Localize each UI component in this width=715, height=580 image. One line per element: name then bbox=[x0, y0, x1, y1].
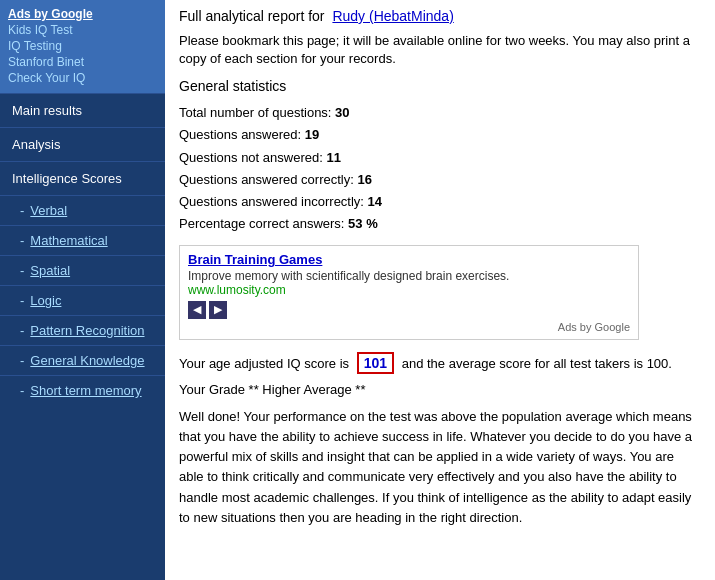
stat-questions-incorrect: Questions answered incorrectly: 14 bbox=[179, 191, 701, 213]
nav-item-main-results[interactable]: Main results bbox=[0, 93, 165, 127]
description-block: Well done! Your performance on the test … bbox=[179, 407, 701, 528]
grade-line: Your Grade ** Higher Average ** bbox=[179, 382, 701, 397]
report-label: Full analytical report for bbox=[179, 8, 325, 24]
stat-questions-correct: Questions answered correctly: 16 bbox=[179, 169, 701, 191]
sub-nav-pattern-recognition-link[interactable]: Pattern Recognition bbox=[30, 323, 144, 338]
ad-description: Improve memory with scientifically desig… bbox=[188, 269, 630, 283]
ad-next-button[interactable]: ▶ bbox=[209, 301, 227, 319]
dash-icon: - bbox=[20, 203, 24, 218]
sub-nav-spatial-link[interactable]: Spatial bbox=[30, 263, 70, 278]
main-content: Full analytical report for Rudy (HebatMi… bbox=[165, 0, 715, 580]
ads-by-google-label[interactable]: Ads by Google bbox=[8, 7, 93, 21]
stat-total-questions: Total number of questions: 30 bbox=[179, 102, 701, 124]
sub-nav-short-term-memory-link[interactable]: Short term memory bbox=[30, 383, 141, 398]
sidebar-link-stanford-binet[interactable]: Stanford Binet bbox=[8, 55, 157, 69]
iq-score-line: Your age adjusted IQ score is 101 and th… bbox=[179, 352, 701, 374]
ad-navigation: ◀ ▶ bbox=[188, 301, 630, 319]
sub-nav-short-term-memory[interactable]: - Short term memory bbox=[0, 375, 165, 405]
general-stats-heading: General statistics bbox=[179, 78, 701, 94]
sidebar-link-kids-iq-test[interactable]: Kids IQ Test bbox=[8, 23, 157, 37]
ad-title[interactable]: Brain Training Games bbox=[188, 252, 630, 267]
iq-score-suffix: and the average score for all test taker… bbox=[402, 356, 672, 371]
sidebar: Ads by Google Kids IQ Test IQ Testing St… bbox=[0, 0, 165, 580]
ad-prev-button[interactable]: ◀ bbox=[188, 301, 206, 319]
nav-item-analysis[interactable]: Analysis bbox=[0, 127, 165, 161]
sub-nav-general-knowledge[interactable]: - General Knowledge bbox=[0, 345, 165, 375]
dash-icon: - bbox=[20, 383, 24, 398]
nav-item-intelligence-scores[interactable]: Intelligence Scores bbox=[0, 161, 165, 195]
bookmark-note: Please bookmark this page; it will be av… bbox=[179, 32, 701, 68]
ads-by-google-right: Ads by Google bbox=[188, 321, 630, 333]
ad-banner: Brain Training Games Improve memory with… bbox=[179, 245, 639, 340]
sub-nav-logic[interactable]: - Logic bbox=[0, 285, 165, 315]
sub-nav-verbal-link[interactable]: Verbal bbox=[30, 203, 67, 218]
ad-url: www.lumosity.com bbox=[188, 283, 630, 297]
dash-icon: - bbox=[20, 233, 24, 248]
stat-questions-answered: Questions answered: 19 bbox=[179, 124, 701, 146]
ads-section: Ads by Google Kids IQ Test IQ Testing St… bbox=[0, 0, 165, 93]
dash-icon: - bbox=[20, 293, 24, 308]
sidebar-link-iq-testing[interactable]: IQ Testing bbox=[8, 39, 157, 53]
sub-nav-logic-link[interactable]: Logic bbox=[30, 293, 61, 308]
stat-questions-not-answered: Questions not answered: 11 bbox=[179, 147, 701, 169]
stats-block: Total number of questions: 30 Questions … bbox=[179, 102, 701, 235]
dash-icon: - bbox=[20, 323, 24, 338]
sub-nav-mathematical[interactable]: - Mathematical bbox=[0, 225, 165, 255]
sub-nav-verbal[interactable]: - Verbal bbox=[0, 195, 165, 225]
sub-nav-mathematical-link[interactable]: Mathematical bbox=[30, 233, 107, 248]
sub-nav-spatial[interactable]: - Spatial bbox=[0, 255, 165, 285]
sub-nav-general-knowledge-link[interactable]: General Knowledge bbox=[30, 353, 144, 368]
report-title: Full analytical report for Rudy (HebatMi… bbox=[179, 8, 701, 24]
dash-icon: - bbox=[20, 263, 24, 278]
iq-score-prefix: Your age adjusted IQ score is bbox=[179, 356, 349, 371]
iq-score-box: 101 bbox=[357, 352, 394, 374]
sub-nav-pattern-recognition[interactable]: - Pattern Recognition bbox=[0, 315, 165, 345]
dash-icon: - bbox=[20, 353, 24, 368]
stat-percentage: Percentage correct answers: 53 % bbox=[179, 213, 701, 235]
report-user-link[interactable]: Rudy (HebatMinda) bbox=[332, 8, 453, 24]
sidebar-link-check-your-iq[interactable]: Check Your IQ bbox=[8, 71, 157, 85]
